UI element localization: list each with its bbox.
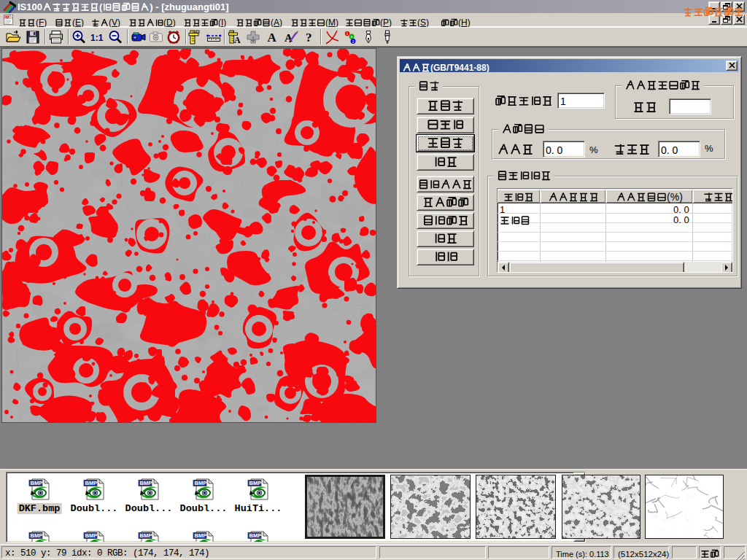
svg-text:BMP: BMP (85, 532, 98, 539)
svg-text:1:1: 1:1 (90, 33, 104, 43)
svg-text:A: A (268, 31, 277, 44)
svg-text:BMP: BMP (195, 532, 207, 539)
svg-text:BMP: BMP (140, 480, 152, 486)
svg-text:BMP: BMP (140, 532, 152, 539)
svg-text:a: a (351, 34, 353, 39)
svg-text:BMP: BMP (31, 480, 43, 486)
svg-text:BMP: BMP (85, 480, 98, 486)
svg-text:1: 1 (347, 31, 349, 36)
svg-text:BMP: BMP (31, 532, 43, 539)
svg-text:BMP: BMP (195, 480, 207, 486)
svg-text:A: A (285, 32, 293, 44)
svg-text:A: A (234, 35, 241, 45)
svg-text:3: 3 (352, 39, 355, 44)
svg-text:BMP: BMP (249, 532, 262, 539)
svg-text:BMP: BMP (249, 480, 262, 486)
svg-text:?: ? (306, 31, 312, 44)
svg-text:DOC: DOC (5, 15, 13, 19)
